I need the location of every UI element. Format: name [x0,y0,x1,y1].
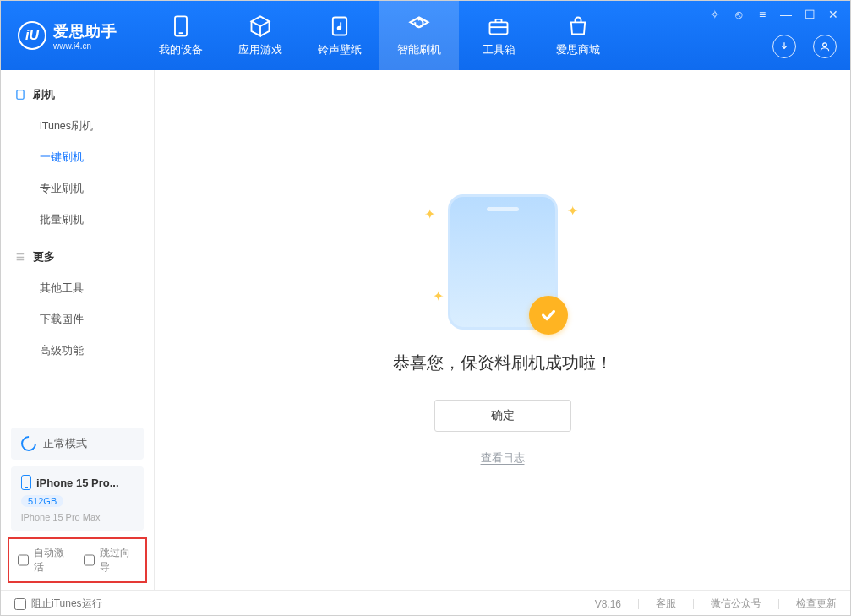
nav-label: 爱思商城 [556,42,600,57]
sidebar-section-flash: 刷机 [1,80,154,109]
minimize-icon[interactable]: — [779,8,793,21]
view-log-link[interactable]: 查看日志 [481,450,525,466]
nav-label: 智能刷机 [397,42,441,57]
highlight-options: 自动激活 跳过向导 [8,537,147,583]
menu-icon[interactable]: ≡ [756,8,769,21]
success-message: 恭喜您，保资料刷机成功啦！ [393,352,613,374]
nav-flash[interactable]: 智能刷机 [379,1,459,70]
main-content: ✦ ✦ ✦ 恭喜您，保资料刷机成功啦！ 确定 查看日志 [155,70,850,590]
lock-icon[interactable]: ⎋ [732,8,745,21]
block-itunes-input[interactable] [14,598,26,610]
support-link[interactable]: 客服 [656,597,676,611]
checkbox-label: 跳过向导 [100,546,138,575]
header-right-icons [772,35,837,58]
skin-icon[interactable]: ✧ [708,8,722,21]
capacity-badge: 512GB [21,495,63,507]
version-text: V8.16 [595,598,621,610]
tablet-icon [14,89,26,101]
nav-toolbox[interactable]: 工具箱 [459,1,538,70]
checkbox-label: 自动激活 [34,546,72,575]
nav-my-device[interactable]: 我的设备 [141,1,221,70]
sidebar: 刷机 iTunes刷机 一键刷机 专业刷机 批量刷机 ☰ 更多 其他工具 下载固… [1,70,155,590]
sidebar-item-pro-flash[interactable]: 专业刷机 [1,173,154,204]
skip-wizard-checkbox[interactable]: 跳过向导 [84,546,138,575]
footer-right: V8.16 客服 微信公众号 检查更新 [595,597,837,611]
sidebar-item-download-firmware[interactable]: 下载固件 [1,304,154,335]
status-card[interactable]: 正常模式 [11,428,144,460]
svg-point-3 [338,26,341,30]
device-status-zone: 正常模式 iPhone 15 Pro... 512GB iPhone 15 Pr… [1,421,154,590]
section-title: 刷机 [33,87,55,102]
briefcase-icon [487,14,510,38]
device-name: iPhone 15 Pro... [36,477,119,489]
sidebar-item-advanced[interactable]: 高级功能 [1,335,154,367]
top-nav: 我的设备 应用游戏 铃声壁纸 智能刷机 工具箱 爱思商城 [141,1,618,70]
sidebar-item-oneclick-flash[interactable]: 一键刷机 [1,142,154,173]
footer: 阻止iTunes运行 V8.16 客服 微信公众号 检查更新 [1,590,850,616]
brand-name: 爱思助手 [53,21,117,41]
sidebar-flash-list: iTunes刷机 一键刷机 专业刷机 批量刷机 [1,109,154,243]
sidebar-item-itunes-flash[interactable]: iTunes刷机 [1,111,154,142]
more-icon: ☰ [14,251,26,263]
music-icon [328,14,352,38]
user-icon[interactable] [813,35,837,58]
block-itunes-checkbox[interactable]: 阻止iTunes运行 [14,597,102,611]
svg-rect-4 [490,22,508,34]
wechat-link[interactable]: 微信公众号 [711,597,761,611]
sidebar-section-more: ☰ 更多 [1,243,154,271]
app-header: iU 爱思助手 www.i4.cn 我的设备 应用游戏 铃声壁纸 智能刷机 工具… [1,1,850,70]
ok-button[interactable]: 确定 [434,400,571,432]
sparkle-icon: ✦ [433,288,444,304]
checkbox-label: 阻止iTunes运行 [31,597,102,611]
skip-wizard-input[interactable] [84,554,95,566]
sparkle-icon: ✦ [424,206,435,222]
nav-label: 应用游戏 [238,42,282,57]
success-illustration: ✦ ✦ ✦ [448,194,558,330]
nav-label: 工具箱 [483,42,516,57]
device-card[interactable]: iPhone 15 Pro... 512GB iPhone 15 Pro Max [11,466,144,531]
section-title: 更多 [33,249,55,264]
check-badge-icon [529,296,568,335]
auto-activate-checkbox[interactable]: 自动激活 [18,546,72,575]
maximize-icon[interactable]: ☐ [803,8,816,21]
nav-apps[interactable]: 应用游戏 [221,1,300,70]
divider [693,599,694,609]
refresh-icon [407,14,431,38]
nav-ringtones[interactable]: 铃声壁纸 [300,1,379,70]
sync-icon [18,433,39,454]
status-mode: 正常模式 [43,436,87,451]
svg-point-6 [823,43,827,47]
sidebar-more-list: 其他工具 下载固件 高级功能 [1,271,154,373]
nav-label: 铃声壁纸 [318,42,362,57]
check-update-link[interactable]: 检查更新 [796,597,837,611]
download-icon[interactable] [772,35,796,58]
brand-url: www.i4.cn [53,41,117,51]
divider [638,599,639,609]
device-full-name: iPhone 15 Pro Max [21,512,134,522]
nav-store[interactable]: 爱思商城 [538,1,618,70]
app-body: 刷机 iTunes刷机 一键刷机 专业刷机 批量刷机 ☰ 更多 其他工具 下载固… [1,70,850,590]
phone-icon [169,14,193,38]
divider [778,599,779,609]
shop-icon [566,14,590,38]
svg-rect-7 [17,90,24,100]
sparkle-icon: ✦ [567,203,578,219]
window-controls: ✧ ⎋ ≡ — ☐ ✕ [708,8,840,21]
nav-label: 我的设备 [159,42,203,57]
close-icon[interactable]: ✕ [826,8,840,21]
cube-icon [248,14,272,38]
logo-icon: iU [18,21,46,50]
sidebar-item-other-tools[interactable]: 其他工具 [1,273,154,304]
auto-activate-input[interactable] [18,554,29,566]
logo-zone: iU 爱思助手 www.i4.cn [1,1,134,70]
device-phone-icon [21,475,31,490]
sidebar-item-batch-flash[interactable]: 批量刷机 [1,204,154,236]
